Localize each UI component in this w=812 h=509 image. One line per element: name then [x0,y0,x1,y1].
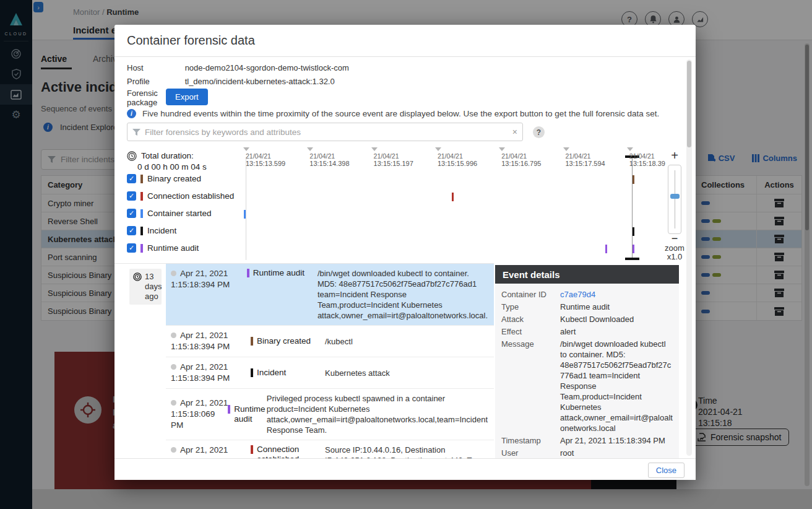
clock-icon [133,272,142,281]
event-time: 1:15:18:394 PM [171,280,230,289]
event-type-color-chip [251,337,253,346]
legend-label: Runtime audit [147,243,199,253]
detail-value: Kubectl Downloaded [560,314,673,324]
legend-label: Container started [147,209,212,218]
legend-label: Incident [147,226,176,235]
timeline-brush-bottom-handle[interactable] [625,258,639,260]
event-type-label: Runtime audit [234,404,267,424]
tick-time: 13:15:15.996 [438,160,477,167]
timeline-event-mark[interactable] [633,245,634,253]
connection-established-color-chip [140,192,143,201]
event-message: /bin/wget downloaded kubectl to containe… [317,268,494,321]
event-row[interactable]: Apr 21, 20211:15:16:157 PM Connection es… [166,440,494,458]
modal-scrollbar[interactable] [686,59,692,456]
tick-time: 13:15:13.599 [246,160,285,167]
clock-icon [127,151,137,161]
detail-value: /bin/wget downloaded kubectl to containe… [560,339,673,433]
event-date: Apr 21, 2021 [180,362,228,372]
event-date: Apr 21, 2021 [180,398,228,407]
event-type-label: Runtime audit [253,268,304,321]
event-details-header: Event details [495,265,679,284]
tick-date: 21/04/21 [501,152,527,160]
timeline-event-mark[interactable] [244,210,246,219]
event-details-body: Container IDc7ae79d4 TypeRuntime audit A… [495,284,679,458]
tick-triangle-icon [371,147,378,151]
event-row[interactable]: Apr 21, 20211:15:18:394 PM Incident Kube… [166,357,494,389]
event-dot-icon [171,447,176,453]
container-started-color-chip [140,209,143,218]
checkbox-checked[interactable]: ✓ [127,226,136,235]
detail-label: Attack [501,314,560,324]
event-type-label: Connection established [257,445,325,458]
zoom-slider[interactable] [668,165,681,234]
event-message: Source IP:10.44.0.16, Destination IP:142… [325,445,494,458]
timeline-brush-line[interactable] [632,158,633,258]
timeline-event-mark[interactable] [633,175,634,184]
event-details-panel: Event details Container IDc7ae79d4 TypeR… [495,265,679,458]
tick-triangle-icon [435,147,441,151]
checkbox-checked[interactable]: ✓ [127,174,136,183]
event-row[interactable]: Apr 21, 20211:15:18:069 PM Runtime audit… [166,389,494,440]
forensics-filter-input[interactable]: × [127,123,523,141]
tick-date: 21/04/21 [374,152,399,160]
modal-footer: Close [114,458,696,480]
event-row[interactable]: Apr 21, 20211:15:18:394 PM Binary create… [166,326,494,357]
event-type-color-chip [251,445,253,454]
event-message: Privileged process kubectl spawned in a … [267,393,494,435]
detail-value: Runtime audit [560,302,673,312]
checkbox-checked[interactable]: ✓ [127,191,136,201]
tick-time: 13:15:16.795 [501,160,541,167]
zoom-out-button[interactable]: − [662,234,687,243]
info-icon: i [127,109,136,118]
detail-label: Effect [501,326,560,337]
modal-info-text: Five hundred events within the time prox… [142,109,659,118]
zoom-label: zoom [662,244,687,253]
clear-filter-icon[interactable]: × [512,127,517,137]
tick-time: 13:15:18.39 [629,160,665,167]
tick-time: 13:15:14.398 [309,160,349,167]
detail-value: alert [560,326,673,337]
timeline-event-mark[interactable] [633,227,634,236]
age-ago-word: ago [133,292,158,302]
age-badge-wrap: 13 days ago [129,269,162,305]
tick-date: 21/04/21 [309,152,335,160]
application-root: CLOUD ⚙ › Monitor / Runtime Incident exp… [0,0,812,509]
tick-time: 13:15:17.594 [566,160,605,167]
timeline-plot[interactable]: 21/04/2113:15:13.59921/04/2113:15:14.398… [243,149,657,260]
container-id-link[interactable]: c7ae79d4 [560,289,673,300]
event-dot-icon [171,364,176,370]
event-date: Apr 21, 2021 [180,445,228,455]
tick-date: 21/04/21 [246,152,271,160]
detail-label: Message [501,339,560,433]
tick-triangle-icon [243,147,249,151]
detail-label: Type [501,302,560,312]
export-button[interactable]: Export [166,89,208,105]
timeline-event-mark[interactable] [452,193,454,201]
zoom-in-button[interactable]: + [662,149,687,163]
tick-triangle-icon [627,147,633,151]
zoom-slider-handle[interactable] [670,194,680,199]
detail-label: Timestamp [501,435,560,446]
checkbox-checked[interactable]: ✓ [127,209,136,218]
profile-label: Profile [127,77,165,86]
modal-scrollbar-thumb[interactable] [687,61,691,147]
close-button[interactable]: Close [648,463,685,478]
event-row-selected[interactable]: Apr 21, 20211:15:18:394 PM Runtime audit… [166,264,494,326]
forensics-filter-field[interactable] [145,128,508,137]
modal-info-row: i Five hundred events within the time pr… [127,109,672,118]
forensics-timeline: Total duration: 0 d 00 h 00 m 04 s ✓ Bin… [114,149,696,263]
legend-label: Connection established [147,191,234,201]
legend-item-connection-established: ✓ Connection established [127,191,234,201]
tick-triangle-icon [563,147,569,151]
detail-label: User [501,448,560,458]
total-duration: Total duration: [127,151,194,161]
age-days-number: 13 [145,272,153,282]
host-value: node-demo2104-sgordon-demo-twistlock-com [185,63,349,72]
filter-help-icon[interactable]: ? [533,126,545,138]
profile-value: tl_demo/incident-kubernetes-attack:1.32.… [185,77,335,86]
timeline-event-mark[interactable] [605,245,607,253]
timeline-gridline [246,157,246,260]
checkbox-checked[interactable]: ✓ [127,243,136,253]
event-age-badge: 13 days ago [129,269,162,305]
incident-color-chip [140,227,143,235]
